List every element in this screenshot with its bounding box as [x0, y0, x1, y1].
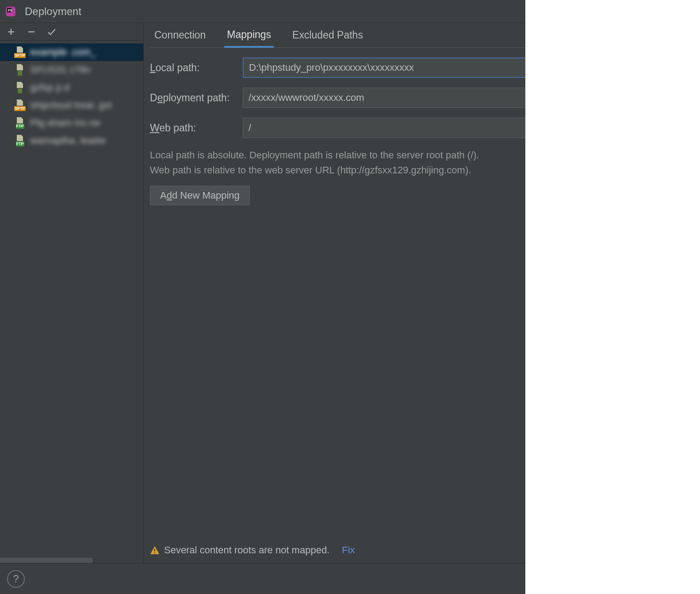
svg-text:PS: PS: [8, 9, 12, 12]
server-label: Ptg eham inc.ne: [30, 117, 100, 129]
remove-server-icon[interactable]: [27, 27, 36, 37]
ftp-icon: FTP: [14, 135, 26, 146]
deployment-path-label: Deployment path:: [150, 92, 243, 104]
server-item[interactable]: FTP Ptg eham inc.ne: [0, 114, 143, 132]
local-path-label: Local path:: [150, 62, 243, 74]
fix-link[interactable]: Fix: [342, 544, 355, 556]
server-label: wamaptha. leadw: [30, 135, 106, 146]
server-item[interactable]: FTP wamaptha. leadw: [0, 132, 143, 149]
help-button[interactable]: ?: [7, 570, 25, 588]
tab-excluded-paths[interactable]: Excluded Paths: [290, 24, 366, 46]
server-label: gzfsp p.d: [30, 82, 69, 93]
apply-icon[interactable]: [47, 27, 57, 37]
server-list: SFTP example .com_ SFUS31 c78n gzfsp p.d…: [0, 41, 143, 558]
server-type-icon: [14, 82, 26, 93]
window-title: Deployment: [25, 5, 81, 18]
server-item[interactable]: SFUS31 c78n: [0, 61, 143, 79]
warning-text: Several content roots are not mapped.: [164, 544, 329, 556]
svg-rect-4: [154, 552, 155, 553]
server-label: example .com_: [30, 46, 96, 58]
add-new-mapping-button[interactable]: Add New Mapping: [150, 186, 250, 205]
offscreen-area: [525, 0, 700, 594]
ftp-icon: FTP: [14, 117, 26, 129]
svg-rect-3: [154, 549, 155, 552]
tab-mappings[interactable]: Mappings: [224, 23, 274, 48]
sidebar-toolbar: [0, 23, 143, 41]
sidebar-horizontal-scrollbar[interactable]: [0, 558, 93, 563]
server-item[interactable]: gzfsp p.d: [0, 79, 143, 96]
web-path-label: Web path:: [150, 122, 243, 134]
server-sidebar: SFTP example .com_ SFUS31 c78n gzfsp p.d…: [0, 23, 144, 563]
server-type-icon: [14, 64, 26, 76]
server-label: shipcloud treat. gol: [30, 100, 112, 111]
warning-icon: [150, 545, 160, 555]
app-icon: PS: [4, 5, 17, 18]
server-item[interactable]: SFTP example .com_: [0, 43, 143, 61]
server-item[interactable]: SFTP shipcloud treat. gol: [0, 96, 143, 114]
server-label: SFUS31 c78n: [30, 64, 91, 76]
tab-connection[interactable]: Connection: [152, 24, 208, 46]
sftp-icon: SFTP: [14, 46, 26, 58]
sftp-icon: SFTP: [14, 100, 26, 111]
add-server-icon[interactable]: [6, 27, 16, 37]
